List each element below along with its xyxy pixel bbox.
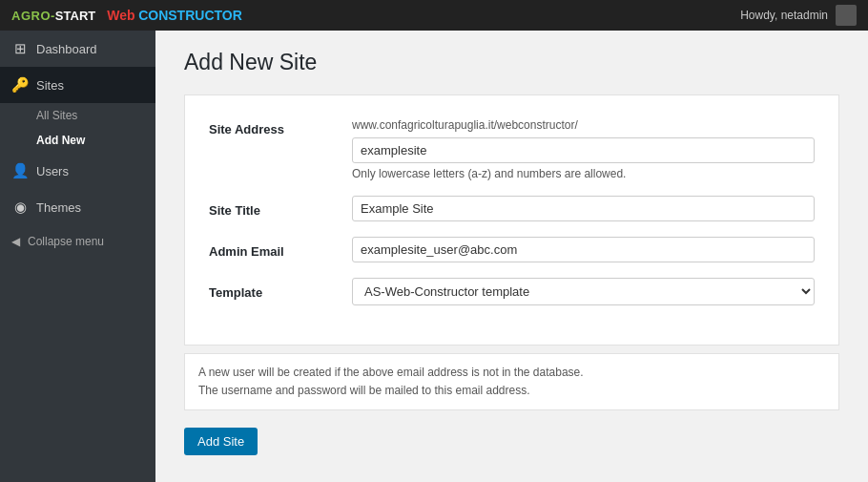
site-title-input[interactable] [352, 196, 815, 221]
form-note: A new user will be created if the above … [184, 353, 839, 410]
site-address-input[interactable] [352, 137, 815, 163]
site-address-label: Site Address [209, 115, 352, 136]
sidebar-item-themes[interactable]: ◉ Themes [0, 189, 155, 225]
note-line2: The username and password will be mailed… [198, 382, 825, 400]
sidebar-item-sites[interactable]: 🔑 Sites [0, 67, 155, 103]
sidebar-subitem-all-sites[interactable]: All Sites [0, 103, 155, 128]
logo-start: START [55, 9, 95, 23]
site-title-label: Site Title [209, 196, 352, 218]
template-label: Template [209, 278, 352, 300]
template-field: AS-Web-Constructor template [352, 278, 815, 305]
logo-web: Web [107, 8, 134, 23]
admin-email-field [352, 237, 815, 262]
admin-email-label: Admin Email [209, 237, 352, 259]
sidebar-label-sites: Sites [36, 78, 64, 93]
sidebar-item-users[interactable]: 👤 Users [0, 153, 155, 189]
site-title-field [352, 196, 815, 221]
sidebar-label-themes: Themes [36, 200, 81, 215]
site-title-row: Site Title [209, 196, 815, 221]
template-select[interactable]: AS-Web-Constructor template [352, 278, 815, 305]
sidebar-item-dashboard[interactable]: ⊞ Dashboard [0, 31, 155, 67]
sidebar-subitem-add-new[interactable]: Add New [0, 128, 155, 153]
sites-icon: 🔑 [11, 76, 29, 94]
sidebar-label-dashboard: Dashboard [36, 42, 97, 56]
dashboard-icon: ⊞ [11, 40, 29, 57]
themes-icon: ◉ [11, 199, 29, 216]
add-site-form: Site Address www.confagricolturapuglia.i… [184, 94, 839, 346]
template-row: Template AS-Web-Constructor template [209, 278, 815, 305]
collapse-menu-button[interactable]: ◀ Collapse menu [0, 225, 155, 258]
logo-constructor: CONSTRUCTOR [138, 8, 242, 23]
main-content: Add New Site Site Address www.confagrico… [155, 31, 868, 482]
avatar [836, 5, 857, 26]
users-icon: 👤 [11, 162, 29, 179]
admin-email-row: Admin Email [209, 237, 815, 262]
all-sites-label: All Sites [36, 109, 77, 122]
site-address-row: Site Address www.confagricolturapuglia.i… [209, 115, 815, 180]
collapse-label: Collapse menu [28, 235, 104, 248]
collapse-icon: ◀ [11, 235, 20, 248]
page-title: Add New Site [184, 50, 839, 75]
topbar-user: Howdy, netadmin [740, 5, 857, 26]
add-site-button[interactable]: Add Site [184, 428, 258, 455]
sidebar: ⊞ Dashboard 🔑 Sites All Sites Add New 👤 … [0, 31, 155, 482]
site-address-field: www.confagricolturapuglia.it/webconstruc… [352, 115, 815, 180]
howdy-label: Howdy, netadmin [740, 9, 828, 22]
site-url-prefix: www.confagricolturapuglia.it/webconstruc… [352, 115, 815, 134]
logo: AGRO-START Web CONSTRUCTOR [11, 8, 242, 23]
topbar: AGRO-START Web CONSTRUCTOR Howdy, netadm… [0, 0, 868, 31]
sidebar-label-users: Users [36, 164, 69, 178]
site-address-hint: Only lowercase letters (a-z) and numbers… [352, 167, 815, 180]
admin-email-input[interactable] [352, 237, 815, 262]
logo-agro: AGRO- [11, 9, 55, 23]
add-new-label: Add New [36, 134, 85, 147]
note-line1: A new user will be created if the above … [198, 364, 825, 382]
